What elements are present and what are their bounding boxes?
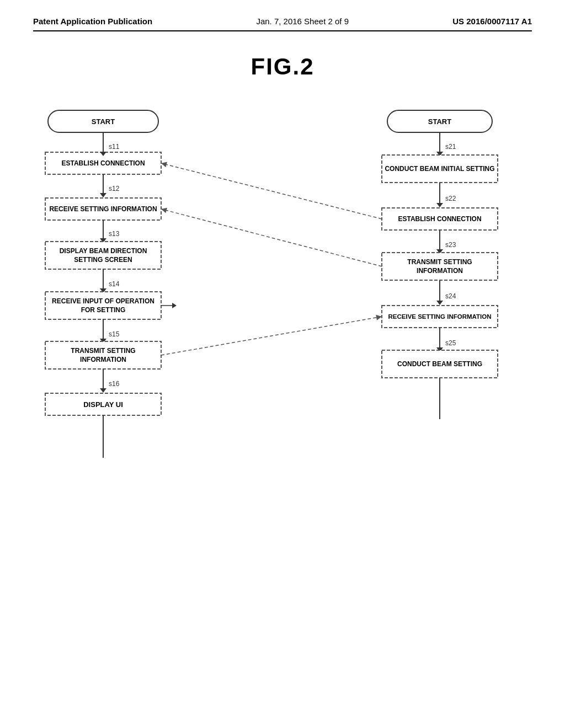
svg-text:CONDUCT BEAM INITIAL SETTING: CONDUCT BEAM INITIAL SETTING [385,165,494,173]
svg-text:RECEIVE SETTING INFORMATION: RECEIVE SETTING INFORMATION [388,313,492,320]
svg-text:RECEIVE SETTING INFORMATION: RECEIVE SETTING INFORMATION [49,205,157,213]
svg-text:s22: s22 [445,195,456,202]
svg-text:s23: s23 [445,241,456,249]
svg-text:TRANSMIT SETTING: TRANSMIT SETTING [71,347,135,355]
svg-text:SETTING SCREEN: SETTING SCREEN [74,256,132,264]
svg-text:s14: s14 [109,280,120,288]
svg-rect-53 [382,253,498,280]
svg-text:START: START [428,117,451,126]
svg-marker-74 [172,303,177,308]
svg-text:FOR SETTING: FOR SETTING [81,306,126,314]
svg-text:s13: s13 [109,230,120,238]
svg-text:INFORMATION: INFORMATION [417,267,463,275]
diagram-area: TERMINALSPEAKER SYSTEMSTARTs11ESTABLISH … [34,108,531,538]
svg-text:s25: s25 [445,339,456,347]
date-sheet-label: Jan. 7, 2016 Sheet 2 of 9 [256,17,349,26]
svg-text:TRANSMIT SETTING: TRANSMIT SETTING [407,258,472,266]
svg-text:RECEIVE INPUT OF OPERATION: RECEIVE INPUT OF OPERATION [52,297,154,305]
svg-text:ESTABLISH CONNECTION: ESTABLISH CONNECTION [61,159,145,167]
svg-marker-72 [376,315,382,320]
svg-rect-17 [45,242,161,269]
svg-text:SPEAKER SYSTEM: SPEAKER SYSTEM [402,108,478,109]
svg-text:CONDUCT BEAM SETTING: CONDUCT BEAM SETTING [397,360,482,368]
svg-line-67 [161,163,382,219]
figure-title: FIG.2 [33,53,532,80]
svg-text:DISPLAY UI: DISPLAY UI [83,400,123,409]
svg-text:s24: s24 [445,292,456,300]
svg-text:ESTABLISH CONNECTION: ESTABLISH CONNECTION [398,215,481,223]
svg-line-69 [161,209,382,266]
svg-text:s12: s12 [109,185,120,192]
flowchart-svg: TERMINALSPEAKER SYSTEMSTARTs11ESTABLISH … [34,108,531,538]
svg-text:TERMINAL: TERMINAL [82,108,125,109]
svg-text:s21: s21 [445,143,456,151]
svg-marker-34 [100,388,106,393]
svg-marker-47 [436,203,443,207]
svg-marker-68 [161,162,167,168]
svg-line-71 [161,317,382,355]
svg-text:s15: s15 [109,330,120,338]
svg-marker-58 [436,301,443,305]
svg-rect-23 [45,292,161,319]
svg-text:s16: s16 [109,380,120,388]
svg-text:DISPLAY BEAM DIRECTION: DISPLAY BEAM DIRECTION [60,247,147,255]
svg-rect-29 [45,341,161,369]
page-header: Patent Application Publication Jan. 7, 2… [33,17,532,31]
svg-text:START: START [92,117,115,126]
svg-text:INFORMATION: INFORMATION [80,356,126,363]
patent-number-label: US 2016/0007117 A1 [452,17,532,26]
svg-marker-70 [161,208,167,213]
publication-label: Patent Application Publication [33,17,152,26]
svg-marker-11 [100,193,106,197]
svg-text:s11: s11 [109,143,120,151]
page: Patent Application Publication Jan. 7, 2… [0,0,565,728]
